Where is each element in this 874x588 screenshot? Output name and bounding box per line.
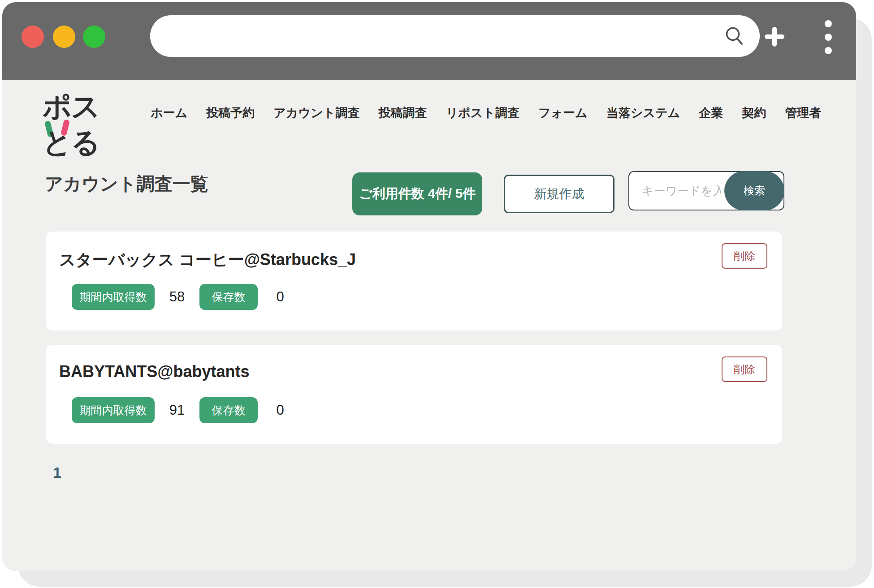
logo-text: ポスとる [43,89,128,160]
browser-chrome-bar [2,2,856,80]
pagination-page-1[interactable]: 1 [53,464,61,481]
metrics-row: 期間内取得数 58 保存数 0 [72,284,293,310]
nav-item-company[interactable]: 企業 [699,105,723,121]
kebab-dot [825,34,832,41]
metric-value-saved: 0 [268,289,293,305]
keyword-search-input[interactable] [629,172,725,210]
nav-item-repost-survey[interactable]: リポスト調査 [446,105,519,121]
metric-value-saved: 0 [268,402,293,418]
account-card[interactable]: スターバックス コーヒー@Starbucks_J 削除 期間内取得数 58 保存… [46,232,782,330]
delete-button[interactable]: 削除 [722,356,767,382]
usage-count-button[interactable]: ご利用件数 4件/ 5件 [352,172,482,215]
metric-label-saved: 保存数 [199,397,258,423]
kebab-dot [825,20,832,27]
page-content: ポスとる ホーム 投稿予約 アカウント調査 投稿調査 リポスト調査 フォーム 当… [2,80,856,571]
main-navigation: ホーム 投稿予約 アカウント調査 投稿調査 リポスト調査 フォーム 当落システム… [151,105,821,121]
pagination: 1 [53,464,61,481]
metric-label-period-acquired: 期間内取得数 [72,397,155,423]
account-name: スターバックス コーヒー@Starbucks_J [59,249,356,271]
browser-window: ポスとる ホーム 投稿予約 アカウント調査 投稿調査 リポスト調査 フォーム 当… [2,2,856,571]
nav-item-post-survey[interactable]: 投稿調査 [378,105,427,121]
browser-menu-kebab-icon[interactable] [825,20,832,54]
page-title: アカウント調査一覧 [45,172,208,196]
search-icon[interactable] [724,26,744,46]
nav-item-home[interactable]: ホーム [151,105,187,121]
delete-button[interactable]: 削除 [722,243,767,269]
address-bar-container [150,15,760,57]
metrics-row: 期間内取得数 91 保存数 0 [72,397,293,423]
account-card[interactable]: BABYTANTS@babytants 削除 期間内取得数 91 保存数 0 [46,345,782,444]
address-bar-input[interactable] [150,15,760,57]
nav-item-form[interactable]: フォーム [538,105,588,121]
nav-item-lottery-system[interactable]: 当落システム [606,105,680,121]
zoom-button[interactable] [83,26,105,48]
nav-item-admin[interactable]: 管理者 [785,105,821,121]
metric-value-period-acquired: 58 [164,289,190,305]
nav-item-account-survey[interactable]: アカウント調査 [273,105,359,121]
close-button[interactable] [22,26,44,48]
metric-label-period-acquired: 期間内取得数 [72,284,155,310]
search-submit-button[interactable]: 検索 [724,171,784,210]
app-logo[interactable]: ポスとる [43,89,128,138]
minimize-button[interactable] [53,26,75,48]
new-tab-plus-icon[interactable] [765,27,784,47]
kebab-dot [825,47,832,54]
keyword-search-container: 検索 [628,171,784,210]
nav-item-contract[interactable]: 契約 [742,105,766,121]
account-name: BABYTANTS@babytants [59,362,249,381]
metric-value-period-acquired: 91 [164,402,190,418]
nav-item-post-schedule[interactable]: 投稿予約 [206,105,255,121]
create-new-button[interactable]: 新規作成 [504,175,614,213]
metric-label-saved: 保存数 [199,284,258,310]
